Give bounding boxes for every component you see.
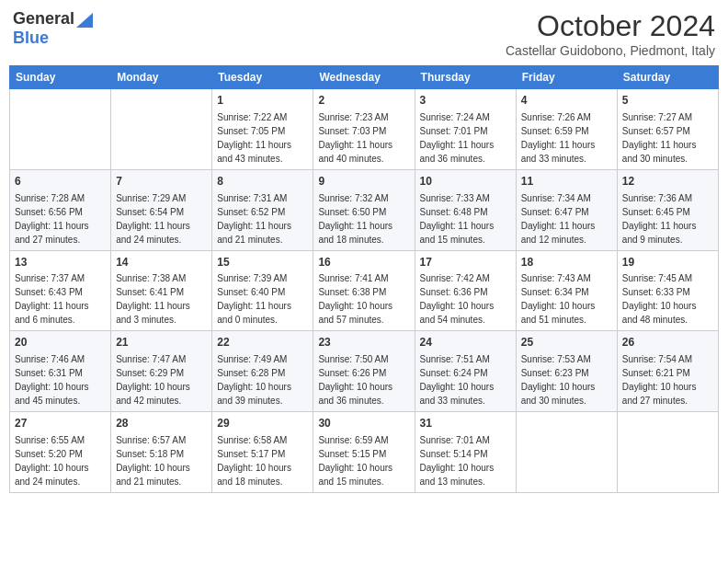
day-number: 21 — [116, 335, 207, 350]
cell-data: Sunrise: 7:46 AM Sunset: 6:31 PM Dayligh… — [15, 352, 106, 408]
cell-data: Sunrise: 7:33 AM Sunset: 6:48 PM Dayligh… — [420, 191, 511, 247]
day-number: 7 — [116, 174, 207, 190]
calendar-cell: 24 Sunrise: 7:51 AM Sunset: 6:24 PM Dayl… — [415, 331, 516, 412]
day-number: 3 — [420, 93, 511, 109]
location-title: Castellar Guidobono, Piedmont, Italy — [506, 43, 715, 58]
cell-data: Sunrise: 7:22 AM Sunset: 7:05 PM Dayligh… — [217, 110, 308, 166]
calendar-cell: 18 Sunrise: 7:43 AM Sunset: 6:34 PM Dayl… — [516, 250, 617, 331]
cell-data: Sunrise: 7:23 AM Sunset: 7:03 PM Dayligh… — [318, 110, 409, 166]
col-saturday: Saturday — [617, 66, 718, 89]
logo-general-text: General — [13, 9, 74, 29]
calendar-cell: 10 Sunrise: 7:33 AM Sunset: 6:48 PM Dayl… — [415, 169, 516, 250]
col-wednesday: Wednesday — [313, 66, 415, 89]
calendar-cell: 2 Sunrise: 7:23 AM Sunset: 7:03 PM Dayli… — [313, 89, 415, 170]
calendar-cell: 13 Sunrise: 7:37 AM Sunset: 6:43 PM Dayl… — [10, 250, 111, 331]
day-number: 12 — [622, 174, 713, 190]
calendar-cell: 19 Sunrise: 7:45 AM Sunset: 6:33 PM Dayl… — [617, 250, 718, 331]
calendar-cell: 28 Sunrise: 6:57 AM Sunset: 5:18 PM Dayl… — [111, 412, 212, 493]
cell-data: Sunrise: 6:58 AM Sunset: 5:17 PM Dayligh… — [217, 433, 308, 488]
calendar-cell: 3 Sunrise: 7:24 AM Sunset: 7:01 PM Dayli… — [415, 89, 516, 170]
cell-data: Sunrise: 7:49 AM Sunset: 6:28 PM Dayligh… — [217, 352, 308, 408]
cell-data: Sunrise: 7:43 AM Sunset: 6:34 PM Dayligh… — [521, 271, 612, 327]
page-header: General Blue October 2024 Castellar Guid… — [9, 9, 719, 58]
cell-data: Sunrise: 7:26 AM Sunset: 6:59 PM Dayligh… — [521, 110, 612, 166]
month-title: October 2024 — [506, 9, 715, 43]
day-number: 29 — [217, 416, 308, 431]
day-number: 27 — [15, 416, 106, 431]
calendar-week-row: 13 Sunrise: 7:37 AM Sunset: 6:43 PM Dayl… — [10, 250, 719, 331]
day-number: 24 — [420, 335, 511, 350]
calendar-cell — [617, 412, 718, 493]
calendar-cell: 14 Sunrise: 7:38 AM Sunset: 6:41 PM Dayl… — [111, 250, 212, 331]
day-number: 4 — [521, 93, 612, 109]
calendar-cell — [516, 412, 617, 493]
calendar-cell: 17 Sunrise: 7:42 AM Sunset: 6:36 PM Dayl… — [415, 250, 516, 331]
calendar-week-row: 1 Sunrise: 7:22 AM Sunset: 7:05 PM Dayli… — [10, 89, 719, 170]
calendar-header-row: Sunday Monday Tuesday Wednesday Thursday… — [10, 66, 719, 89]
calendar-cell: 30 Sunrise: 6:59 AM Sunset: 5:15 PM Dayl… — [313, 412, 415, 493]
calendar-week-row: 6 Sunrise: 7:28 AM Sunset: 6:56 PM Dayli… — [10, 169, 719, 250]
calendar-week-row: 27 Sunrise: 6:55 AM Sunset: 5:20 PM Dayl… — [10, 412, 719, 493]
day-number: 26 — [622, 335, 713, 350]
logo: General Blue — [13, 9, 93, 48]
day-number: 28 — [116, 416, 207, 431]
calendar-week-row: 20 Sunrise: 7:46 AM Sunset: 6:31 PM Dayl… — [10, 331, 719, 412]
day-number: 6 — [15, 174, 106, 190]
cell-data: Sunrise: 7:41 AM Sunset: 6:38 PM Dayligh… — [318, 271, 409, 327]
day-number: 8 — [217, 174, 308, 190]
calendar-cell: 12 Sunrise: 7:36 AM Sunset: 6:45 PM Dayl… — [617, 169, 718, 250]
calendar-cell: 20 Sunrise: 7:46 AM Sunset: 6:31 PM Dayl… — [10, 331, 111, 412]
day-number: 1 — [217, 93, 308, 109]
calendar-cell: 1 Sunrise: 7:22 AM Sunset: 7:05 PM Dayli… — [212, 89, 313, 170]
cell-data: Sunrise: 7:28 AM Sunset: 6:56 PM Dayligh… — [15, 191, 106, 247]
calendar-cell: 27 Sunrise: 6:55 AM Sunset: 5:20 PM Dayl… — [10, 412, 111, 493]
logo-triangle-icon — [76, 13, 93, 28]
day-number: 30 — [318, 416, 409, 431]
calendar-cell — [10, 89, 111, 170]
cell-data: Sunrise: 6:57 AM Sunset: 5:18 PM Dayligh… — [116, 433, 207, 488]
cell-data: Sunrise: 7:34 AM Sunset: 6:47 PM Dayligh… — [521, 191, 612, 247]
logo-blue-text: Blue — [13, 29, 49, 48]
calendar-cell: 23 Sunrise: 7:50 AM Sunset: 6:26 PM Dayl… — [313, 331, 415, 412]
calendar-cell: 4 Sunrise: 7:26 AM Sunset: 6:59 PM Dayli… — [516, 89, 617, 170]
calendar-cell: 9 Sunrise: 7:32 AM Sunset: 6:50 PM Dayli… — [313, 169, 415, 250]
cell-data: Sunrise: 7:51 AM Sunset: 6:24 PM Dayligh… — [420, 352, 511, 408]
day-number: 17 — [420, 255, 511, 270]
col-monday: Monday — [111, 66, 212, 89]
calendar-cell: 26 Sunrise: 7:54 AM Sunset: 6:21 PM Dayl… — [617, 331, 718, 412]
title-section: October 2024 Castellar Guidobono, Piedmo… — [506, 9, 715, 58]
cell-data: Sunrise: 7:01 AM Sunset: 5:14 PM Dayligh… — [420, 433, 511, 488]
svg-marker-0 — [76, 13, 93, 28]
cell-data: Sunrise: 7:37 AM Sunset: 6:43 PM Dayligh… — [15, 271, 106, 327]
calendar-cell: 22 Sunrise: 7:49 AM Sunset: 6:28 PM Dayl… — [212, 331, 313, 412]
day-number: 23 — [318, 335, 409, 350]
cell-data: Sunrise: 7:50 AM Sunset: 6:26 PM Dayligh… — [318, 352, 409, 408]
col-sunday: Sunday — [10, 66, 111, 89]
cell-data: Sunrise: 7:31 AM Sunset: 6:52 PM Dayligh… — [217, 191, 308, 247]
calendar-cell: 15 Sunrise: 7:39 AM Sunset: 6:40 PM Dayl… — [212, 250, 313, 331]
calendar-cell: 25 Sunrise: 7:53 AM Sunset: 6:23 PM Dayl… — [516, 331, 617, 412]
calendar-table: Sunday Monday Tuesday Wednesday Thursday… — [9, 65, 719, 493]
cell-data: Sunrise: 6:55 AM Sunset: 5:20 PM Dayligh… — [15, 433, 106, 488]
calendar-cell: 16 Sunrise: 7:41 AM Sunset: 6:38 PM Dayl… — [313, 250, 415, 331]
cell-data: Sunrise: 7:47 AM Sunset: 6:29 PM Dayligh… — [116, 352, 207, 408]
cell-data: Sunrise: 7:45 AM Sunset: 6:33 PM Dayligh… — [622, 271, 713, 327]
calendar-cell: 8 Sunrise: 7:31 AM Sunset: 6:52 PM Dayli… — [212, 169, 313, 250]
cell-data: Sunrise: 7:24 AM Sunset: 7:01 PM Dayligh… — [420, 110, 511, 166]
col-thursday: Thursday — [415, 66, 516, 89]
calendar-cell: 21 Sunrise: 7:47 AM Sunset: 6:29 PM Dayl… — [111, 331, 212, 412]
calendar-cell — [111, 89, 212, 170]
cell-data: Sunrise: 7:29 AM Sunset: 6:54 PM Dayligh… — [116, 191, 207, 247]
calendar-cell: 6 Sunrise: 7:28 AM Sunset: 6:56 PM Dayli… — [10, 169, 111, 250]
day-number: 31 — [420, 416, 511, 431]
col-friday: Friday — [516, 66, 617, 89]
cell-data: Sunrise: 7:36 AM Sunset: 6:45 PM Dayligh… — [622, 191, 713, 247]
cell-data: Sunrise: 6:59 AM Sunset: 5:15 PM Dayligh… — [318, 433, 409, 488]
calendar-cell: 5 Sunrise: 7:27 AM Sunset: 6:57 PM Dayli… — [617, 89, 718, 170]
day-number: 11 — [521, 174, 612, 190]
day-number: 10 — [420, 174, 511, 190]
cell-data: Sunrise: 7:54 AM Sunset: 6:21 PM Dayligh… — [622, 352, 713, 408]
day-number: 5 — [622, 93, 713, 109]
calendar-cell: 7 Sunrise: 7:29 AM Sunset: 6:54 PM Dayli… — [111, 169, 212, 250]
day-number: 2 — [318, 93, 409, 109]
